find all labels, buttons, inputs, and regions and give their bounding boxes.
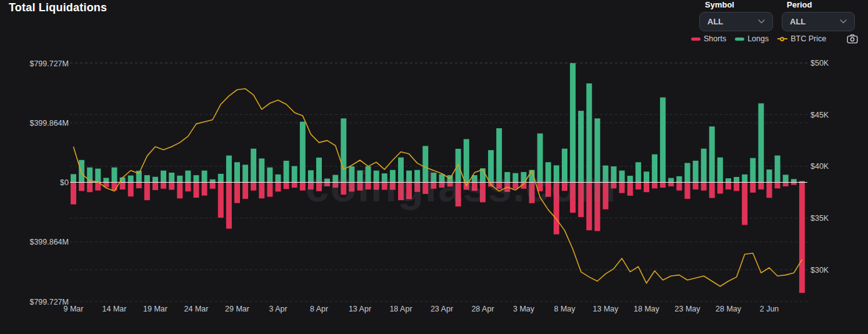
longs-swatch-icon	[735, 38, 744, 41]
legend-label-longs: Longs	[747, 34, 769, 43]
svg-text:3 Apr: 3 Apr	[269, 305, 287, 313]
svg-text:$0: $0	[60, 178, 69, 187]
svg-text:13 Apr: 13 Apr	[349, 305, 371, 313]
svg-text:24 Mar: 24 Mar	[184, 305, 209, 313]
svg-text:$399.864M: $399.864M	[29, 238, 69, 246]
legend-label-btc-price: BTC Price	[791, 34, 826, 43]
camera-icon	[847, 34, 858, 44]
left-axis-labels: $799.727M$399.864M$0$399.864M$799.727M	[29, 59, 69, 306]
svg-text:$50K: $50K	[811, 59, 829, 68]
watermark: coinglass.com	[306, 163, 617, 210]
right-axis-labels: $50K$45K$40K$35K$30K	[811, 59, 829, 275]
svg-text:23 May: 23 May	[675, 305, 701, 313]
svg-text:2 Jun: 2 Jun	[760, 305, 779, 313]
period-value: ALL	[790, 17, 806, 26]
page-title: Total Liquidations	[9, 1, 107, 14]
svg-text:23 Apr: 23 Apr	[431, 305, 453, 313]
svg-text:29 Mar: 29 Mar	[225, 305, 249, 313]
shorts-swatch-icon	[691, 38, 701, 41]
svg-text:$45K: $45K	[811, 111, 829, 119]
symbol-select[interactable]: ALL	[699, 12, 773, 31]
legend-item-shorts[interactable]: Shorts	[691, 34, 726, 43]
period-label: Period	[787, 0, 812, 9]
svg-text:28 May: 28 May	[716, 305, 742, 313]
svg-text:18 Apr: 18 Apr	[389, 305, 412, 313]
svg-text:$30K: $30K	[811, 266, 829, 275]
chevron-down-icon	[758, 19, 765, 24]
liquidations-chart[interactable]: coinglass.com$799.727M$399.864M$0$399.86…	[0, 0, 868, 334]
svg-text:13 May: 13 May	[593, 305, 619, 313]
btc-price-swatch-icon	[777, 38, 787, 39]
svg-text:3 May: 3 May	[513, 305, 535, 313]
svg-text:$799.727M: $799.727M	[29, 59, 69, 68]
svg-text:9 Mar: 9 Mar	[64, 305, 84, 313]
svg-text:$399.864M: $399.864M	[29, 119, 69, 128]
period-select[interactable]: ALL	[782, 12, 855, 31]
svg-text:19 Mar: 19 Mar	[143, 305, 167, 313]
svg-text:18 May: 18 May	[634, 305, 660, 313]
legend: Shorts Longs BTC Price	[691, 34, 826, 44]
svg-text:14 Mar: 14 Mar	[102, 305, 127, 313]
svg-text:$35K: $35K	[811, 214, 829, 223]
camera-button[interactable]	[846, 33, 859, 45]
svg-text:$40K: $40K	[811, 162, 829, 171]
svg-text:8 Apr: 8 Apr	[310, 305, 328, 313]
legend-item-longs[interactable]: Longs	[735, 34, 769, 43]
legend-label-shorts: Shorts	[704, 34, 726, 43]
symbol-value: ALL	[707, 17, 723, 26]
chevron-down-icon	[840, 19, 847, 24]
svg-text:8 May: 8 May	[554, 305, 576, 313]
svg-text:28 Apr: 28 Apr	[471, 305, 494, 313]
legend-item-btc-price[interactable]: BTC Price	[777, 34, 826, 43]
symbol-label: Symbol	[705, 0, 734, 9]
x-axis-labels: 9 Mar14 Mar19 Mar24 Mar29 Mar3 Apr8 Apr1…	[64, 305, 779, 313]
